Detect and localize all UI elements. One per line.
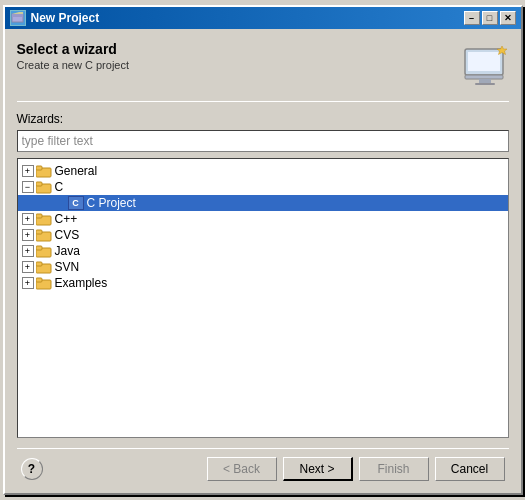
- svg-rect-1: [12, 14, 23, 17]
- tree-label-cvs: CVS: [55, 228, 80, 242]
- folder-icon-c: [36, 180, 52, 194]
- expand-general[interactable]: +: [22, 165, 34, 177]
- tree-item-java[interactable]: + Java: [18, 243, 508, 259]
- tree-item-cpp[interactable]: + C++: [18, 211, 508, 227]
- tree-label-c: C: [55, 180, 64, 194]
- page-subtitle: Create a new C project: [17, 59, 461, 71]
- expand-cvs[interactable]: +: [22, 229, 34, 241]
- folder-icon-cvs: [36, 228, 52, 242]
- svg-rect-22: [36, 278, 42, 282]
- expand-java[interactable]: +: [22, 245, 34, 257]
- folder-icon-examples: [36, 276, 52, 290]
- tree-item-c[interactable]: − C: [18, 179, 508, 195]
- expand-c[interactable]: −: [22, 181, 34, 193]
- wizard-tree[interactable]: + General −: [17, 158, 509, 438]
- bottom-section: ? < Back Next > Finish Cancel: [17, 448, 509, 481]
- svg-rect-20: [36, 262, 42, 266]
- svg-rect-18: [36, 246, 42, 250]
- maximize-button[interactable]: □: [482, 11, 498, 25]
- navigation-buttons: < Back Next > Finish Cancel: [207, 457, 505, 481]
- folder-icon-general: [36, 164, 52, 178]
- page-title: Select a wizard: [17, 41, 461, 57]
- tree-item-general[interactable]: + General: [18, 163, 508, 179]
- header-separator: [17, 101, 509, 102]
- header-icon: [461, 41, 509, 89]
- next-button[interactable]: Next >: [283, 457, 353, 481]
- title-bar-buttons: – □ ✕: [464, 11, 516, 25]
- tree-label-java: Java: [55, 244, 80, 258]
- tree-item-svn[interactable]: + SVN: [18, 259, 508, 275]
- help-button[interactable]: ?: [21, 458, 43, 480]
- close-button[interactable]: ✕: [500, 11, 516, 25]
- svg-rect-16: [36, 230, 42, 234]
- content-area: Select a wizard Create a new C project: [5, 29, 521, 493]
- folder-icon-java: [36, 244, 52, 258]
- minimize-button[interactable]: –: [464, 11, 480, 25]
- svg-rect-5: [465, 75, 503, 79]
- svg-rect-14: [36, 214, 42, 218]
- header-text: Select a wizard Create a new C project: [17, 41, 461, 71]
- folder-icon-cpp: [36, 212, 52, 226]
- main-content: Select a wizard Create a new C project: [17, 41, 509, 481]
- tree-label-general: General: [55, 164, 98, 178]
- tree-label-examples: Examples: [55, 276, 108, 290]
- tree-label-cpp: C++: [55, 212, 78, 226]
- c-project-icon: C: [68, 196, 84, 210]
- new-project-window: New Project – □ ✕ Select a wizard Create…: [3, 5, 523, 495]
- header-section: Select a wizard Create a new C project: [17, 41, 509, 89]
- back-button[interactable]: < Back: [207, 457, 277, 481]
- svg-rect-7: [475, 83, 495, 85]
- bottom-separator: [17, 448, 509, 449]
- svg-rect-6: [479, 79, 491, 83]
- expand-svn[interactable]: +: [22, 261, 34, 273]
- window-icon: [10, 10, 26, 26]
- expand-examples[interactable]: +: [22, 277, 34, 289]
- svg-marker-2: [12, 12, 23, 14]
- svg-rect-4: [468, 52, 500, 71]
- wizards-label: Wizards:: [17, 112, 509, 126]
- svg-rect-12: [36, 182, 42, 186]
- tree-label-c-project: C Project: [87, 196, 136, 210]
- expand-cpp[interactable]: +: [22, 213, 34, 225]
- tree-item-cvs[interactable]: + CVS: [18, 227, 508, 243]
- tree-label-svn: SVN: [55, 260, 80, 274]
- filter-input[interactable]: [17, 130, 509, 152]
- cancel-button[interactable]: Cancel: [435, 457, 505, 481]
- folder-icon-svn: [36, 260, 52, 274]
- tree-item-examples[interactable]: + Examples: [18, 275, 508, 291]
- finish-button[interactable]: Finish: [359, 457, 429, 481]
- tree-item-c-project[interactable]: C C Project: [18, 195, 508, 211]
- title-bar: New Project – □ ✕: [5, 7, 521, 29]
- svg-rect-10: [36, 166, 42, 170]
- button-row: ? < Back Next > Finish Cancel: [17, 457, 509, 481]
- window-title: New Project: [31, 11, 100, 25]
- title-bar-left: New Project: [10, 10, 100, 26]
